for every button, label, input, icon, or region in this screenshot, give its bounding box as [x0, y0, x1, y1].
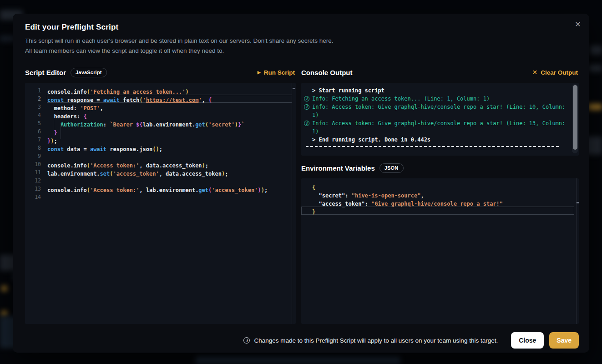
info-icon: i — [243, 337, 250, 344]
overview-ruler-mark — [577, 202, 579, 203]
line-number: 13 — [25, 185, 47, 193]
info-icon: i — [304, 96, 309, 101]
code-line[interactable]: 4 headers: { — [25, 111, 296, 119]
console-line-continuation: 1) — [304, 111, 566, 119]
code-line[interactable]: 5 Authorization: `Bearer ${lab.environme… — [25, 119, 296, 127]
console-output-panel: > Start running scriptiInfo: Fetching an… — [301, 83, 579, 156]
code-line[interactable]: 3 method: 'POST', — [25, 103, 296, 111]
backdrop-blob — [588, 65, 602, 72]
line-number: 14 — [25, 193, 47, 201]
console-title: Console Output — [301, 69, 353, 76]
line-number: 12 — [25, 177, 47, 185]
env-line[interactable]: { — [301, 182, 579, 190]
play-icon: ▶ — [258, 71, 261, 75]
close-button[interactable]: Close — [511, 332, 544, 349]
code-line[interactable]: 14 — [25, 193, 296, 201]
line-number: 9 — [25, 152, 47, 160]
footer-notice: i Changes made to this Preflight Script … — [243, 337, 498, 344]
backdrop-blob — [590, 46, 602, 55]
code-line[interactable]: 7}); — [25, 136, 296, 144]
line-number: 3 — [25, 103, 47, 111]
code-line[interactable]: 8const data = await response.json(); — [25, 144, 296, 152]
line-number: 4 — [25, 111, 47, 119]
line-number: 7 — [25, 136, 47, 144]
modal-footer: i Changes made to this Preflight Script … — [25, 332, 579, 349]
close-icon[interactable]: ✕ — [573, 20, 583, 30]
preflight-script-modal: ✕ Edit your Preflight Script This script… — [13, 14, 589, 353]
code-line[interactable]: 6 } — [25, 127, 296, 136]
code-line[interactable]: 12 — [25, 177, 296, 185]
console-line: > Start running script — [304, 86, 566, 95]
line-number: 10 — [25, 160, 47, 168]
line-number: 1 — [25, 86, 47, 95]
json-badge: JSON — [379, 163, 404, 173]
modal-content: Script Editor JavaScript ▶ Run Script 1c… — [25, 66, 579, 324]
modal-description-line2: All team members can view the script and… — [25, 46, 579, 56]
env-line[interactable]: "secret": "hive-is-open-source", — [301, 190, 579, 198]
code-line[interactable]: 1console.info('Fetching an access token.… — [25, 86, 296, 95]
backdrop-blob — [1, 286, 7, 291]
console-lines: > Start running scriptiInfo: Fetching an… — [304, 86, 566, 147]
env-line[interactable]: "access_token": "Give graphql-hive/conso… — [301, 198, 579, 207]
console-line-continuation: 1) — [304, 127, 566, 136]
backdrop-blob — [1, 311, 7, 316]
indent-guide — [61, 123, 61, 139]
info-icon: i — [304, 121, 309, 126]
env-line[interactable]: } — [301, 207, 579, 215]
code-line[interactable]: 9 — [25, 152, 296, 160]
script-editor-header: Script Editor JavaScript ▶ Run Script — [25, 66, 296, 79]
console-separator — [306, 146, 559, 147]
output-section: Console Output ✕ Clear Output > Start ru… — [301, 66, 579, 324]
modal-description-line1: This script will run in each user's brow… — [25, 36, 579, 46]
line-number: 6 — [25, 127, 47, 136]
env-vars-editor[interactable]: { "secret": "hive-is-open-source", "acce… — [301, 178, 579, 324]
editor-right-border — [576, 178, 577, 324]
modal-title: Edit your Preflight Script — [25, 23, 579, 32]
code-line[interactable]: 13console.info('Access token:', lab.envi… — [25, 185, 296, 193]
console-scrollbar-thumb[interactable] — [573, 85, 577, 150]
backdrop-blob — [196, 356, 400, 364]
console-scrollbar[interactable] — [572, 84, 578, 153]
overview-ruler-mark — [293, 88, 295, 89]
line-number: 2 — [25, 95, 47, 103]
script-editor-title: Script Editor — [25, 69, 66, 76]
clear-icon: ✕ — [532, 69, 538, 76]
script-code-editor[interactable]: 1console.info('Fetching an access token.… — [25, 83, 296, 324]
footer-notice-text: Changes made to this Preflight Script wi… — [254, 337, 498, 344]
clear-output-button[interactable]: ✕ Clear Output — [531, 67, 579, 78]
line-number: 8 — [25, 144, 47, 152]
console-line: iInfo: Access token: Give graphql-hive/c… — [304, 103, 566, 111]
backdrop-blob — [588, 104, 602, 110]
line-number: 11 — [25, 168, 47, 177]
editor-right-border — [292, 83, 292, 324]
script-code-lines: 1console.info('Fetching an access token.… — [25, 83, 296, 201]
page-background: ✕ Edit your Preflight Script This script… — [0, 0, 602, 364]
run-script-button[interactable]: ▶ Run Script — [257, 67, 296, 78]
code-line[interactable]: 11lab.environment.set('access_token', da… — [25, 168, 296, 177]
script-editor-section: Script Editor JavaScript ▶ Run Script 1c… — [25, 66, 296, 324]
indent-guide — [54, 106, 54, 147]
env-vars-title: Environment Variables — [301, 164, 375, 172]
env-vars-header: Environment Variables JSON — [301, 161, 579, 175]
console-line: iInfo: Fetching an access token... (Line… — [304, 95, 566, 103]
code-line[interactable]: 10console.info('Access token:', data.acc… — [25, 160, 296, 168]
clear-output-label: Clear Output — [541, 69, 578, 76]
save-button[interactable]: Save — [549, 332, 579, 349]
language-badge: JavaScript — [71, 68, 107, 77]
line-number: 5 — [25, 119, 47, 127]
info-icon: i — [304, 104, 309, 110]
run-script-label: Run Script — [264, 69, 295, 76]
console-header: Console Output ✕ Clear Output — [301, 66, 579, 79]
code-line[interactable]: 2const response = await fetch('https://t… — [25, 95, 296, 103]
console-line: > End running script. Done in 0.442s — [304, 136, 566, 144]
console-line: iInfo: Access token: Give graphql-hive/c… — [304, 119, 566, 127]
env-vars-lines: { "secret": "hive-is-open-source", "acce… — [301, 182, 579, 215]
